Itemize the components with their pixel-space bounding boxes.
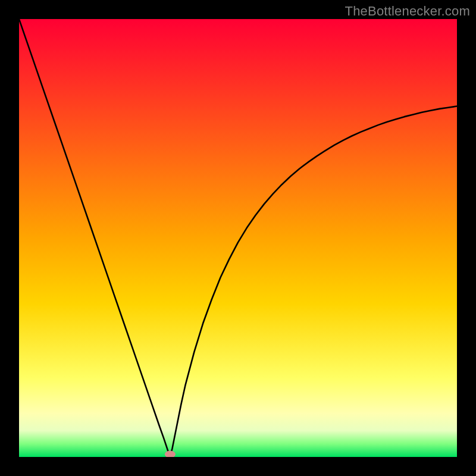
svg-rect-0	[19, 19, 457, 457]
chart-svg	[19, 19, 457, 457]
plot-area	[19, 19, 457, 457]
chart-frame: TheBottlenecker.com	[0, 0, 476, 476]
watermark-text: TheBottlenecker.com	[345, 4, 470, 19]
